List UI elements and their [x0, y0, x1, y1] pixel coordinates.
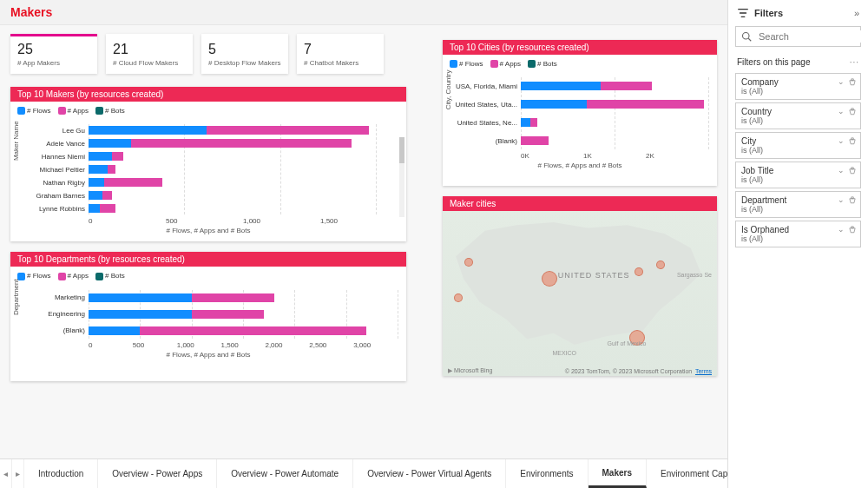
clear-filter-icon[interactable]: [848, 136, 857, 145]
filters-more-icon[interactable]: ···: [850, 57, 859, 67]
chevron-down-icon[interactable]: ⌄: [838, 195, 845, 204]
bar-stack: [89, 310, 398, 319]
kpi-card-app-makers[interactable]: 25 # App Makers: [10, 34, 97, 74]
bar-segment[interactable]: [192, 310, 264, 319]
chart-row[interactable]: Adele Vance: [19, 137, 398, 149]
filter-value: is (All): [741, 175, 855, 184]
chart-row[interactable]: Marketing: [19, 290, 398, 306]
bar-segment[interactable]: [89, 326, 140, 335]
legend-item: # Bots: [537, 60, 557, 68]
bar-segment[interactable]: [89, 152, 112, 161]
bar-segment[interactable]: [601, 82, 652, 90]
tab-introduction[interactable]: Introduction: [24, 459, 98, 488]
map-mexico-label: MEXICO: [552, 350, 576, 356]
bar-segment[interactable]: [521, 136, 549, 145]
tile-title: Maker cities: [443, 196, 717, 211]
bar-segment[interactable]: [530, 118, 538, 127]
bar-segment[interactable]: [89, 165, 108, 174]
filter-card-department[interactable]: Departmentis (All)⌄: [735, 191, 861, 218]
tab-makers[interactable]: Makers: [589, 459, 647, 488]
tab-overview-power-apps[interactable]: Overview - Power Apps: [98, 459, 217, 488]
map-bubble[interactable]: [542, 271, 557, 287]
tile-top-makers[interactable]: Top 10 Makers (by resources created) # F…: [10, 87, 406, 241]
filters-search-input[interactable]: [757, 30, 868, 43]
category-label: Lynne Robbins: [19, 205, 89, 213]
chart-row[interactable]: USA, Florida, Miami: [451, 77, 708, 95]
bar-segment[interactable]: [100, 204, 115, 213]
bar-segment[interactable]: [521, 82, 601, 90]
kpi-card-cloud-flow-makers[interactable]: 21 # Cloud Flow Makers: [106, 34, 193, 74]
kpi-card-chatbot-makers[interactable]: 7 # Chatbot Makers: [297, 34, 384, 74]
tab-environments[interactable]: Environments: [506, 459, 588, 488]
bar-segment[interactable]: [104, 178, 162, 187]
chart-row[interactable]: Hannes Niemi: [19, 150, 398, 162]
chart-row[interactable]: Michael Peltier: [19, 163, 398, 175]
category-label: United States, Ne...: [451, 119, 521, 127]
bar-segment[interactable]: [140, 326, 366, 335]
bar-segment[interactable]: [112, 152, 123, 161]
bar-segment[interactable]: [131, 139, 352, 148]
bar-segment[interactable]: [192, 293, 274, 302]
bar-segment[interactable]: [89, 310, 192, 319]
tab-overview-power-automate[interactable]: Overview - Power Automate: [217, 459, 353, 488]
bar-segment[interactable]: [89, 126, 207, 135]
chevron-down-icon[interactable]: ⌄: [838, 77, 845, 86]
category-label: Engineering: [19, 310, 89, 318]
kpi-card-desktop-flow-makers[interactable]: 5 # Desktop Flow Makers: [201, 34, 288, 74]
bar-segment[interactable]: [89, 204, 100, 213]
kpi-value: 7: [304, 42, 377, 57]
bar-segment[interactable]: [102, 191, 112, 200]
bar-segment[interactable]: [521, 100, 587, 109]
filter-card-company[interactable]: Companyis (All)⌄: [735, 73, 861, 100]
clear-filter-icon[interactable]: [848, 166, 857, 175]
filters-search[interactable]: [735, 26, 861, 47]
map-attribution-left: ▶ Microsoft Bing: [448, 367, 492, 374]
chart-row[interactable]: Graham Barnes: [19, 189, 398, 201]
filter-card-city[interactable]: Cityis (All)⌄: [735, 132, 861, 159]
chevron-down-icon[interactable]: ⌄: [838, 225, 845, 234]
map-bubble[interactable]: [464, 258, 473, 267]
filter-card-is-orphaned[interactable]: Is Orphanedis (All)⌄: [735, 221, 861, 247]
bar-segment[interactable]: [207, 126, 369, 135]
bar-segment[interactable]: [89, 293, 192, 302]
map-bubble[interactable]: [454, 293, 463, 302]
bar-segment[interactable]: [521, 118, 530, 127]
tab-environment-capacity[interactable]: Environment Capacity: [647, 459, 727, 488]
tab-nav-next[interactable]: ▸: [12, 459, 24, 488]
clear-filter-icon[interactable]: [848, 107, 857, 115]
bar-segment[interactable]: [89, 178, 104, 187]
chevron-down-icon[interactable]: ⌄: [838, 166, 845, 175]
chart-row[interactable]: United States, Uta...: [451, 96, 708, 113]
chart-row[interactable]: United States, Ne...: [451, 114, 708, 131]
map-visual[interactable]: UNITED STATES ▶ Microsoft Bing © 2023 To…: [443, 211, 717, 376]
chart-legend: # Flows # Apps # Bots: [10, 267, 406, 285]
map-attribution-right: © 2023 TomTom, © 2023 Microsoft Corporat…: [565, 368, 712, 374]
tab-nav-prev[interactable]: ◂: [0, 459, 12, 488]
clear-filter-icon[interactable]: [848, 225, 857, 234]
chart-scrollbar[interactable]: [399, 137, 404, 217]
map-terms-link[interactable]: Terms: [695, 368, 712, 374]
chart-row[interactable]: (Blank): [19, 323, 398, 339]
chart-row[interactable]: Lynne Robbins: [19, 202, 398, 214]
chevron-down-icon[interactable]: ⌄: [838, 107, 845, 115]
filter-card-country[interactable]: Countryis (All)⌄: [735, 102, 861, 129]
bar-segment[interactable]: [108, 165, 115, 174]
chart-row[interactable]: Nathan Rigby: [19, 176, 398, 188]
clear-filter-icon[interactable]: [848, 77, 857, 86]
chevron-down-icon[interactable]: ⌄: [838, 136, 845, 145]
tile-title: Top 10 Makers (by resources created): [10, 87, 406, 102]
chart-row[interactable]: Lee Gu: [19, 124, 398, 136]
x-tick: 500: [166, 217, 243, 225]
bar-segment[interactable]: [89, 191, 102, 200]
tile-top-cities[interactable]: Top 10 Cities (by resources created) # F…: [443, 40, 717, 186]
chart-row[interactable]: (Blank): [451, 132, 708, 149]
tile-maker-cities-map[interactable]: Maker cities UNITED STATES ▶ Microsoft B…: [443, 196, 717, 376]
tile-top-departments[interactable]: Top 10 Departments (by resources created…: [10, 252, 406, 380]
chart-row[interactable]: Engineering: [19, 307, 398, 322]
clear-filter-icon[interactable]: [848, 195, 857, 204]
filter-card-job-title[interactable]: Job Titleis (All)⌄: [735, 162, 861, 188]
bar-segment[interactable]: [89, 139, 131, 148]
bar-segment[interactable]: [587, 100, 704, 109]
collapse-pane-icon[interactable]: »: [854, 8, 859, 18]
tab-overview-power-virtual-agents[interactable]: Overview - Power Virtual Agents: [353, 459, 506, 488]
